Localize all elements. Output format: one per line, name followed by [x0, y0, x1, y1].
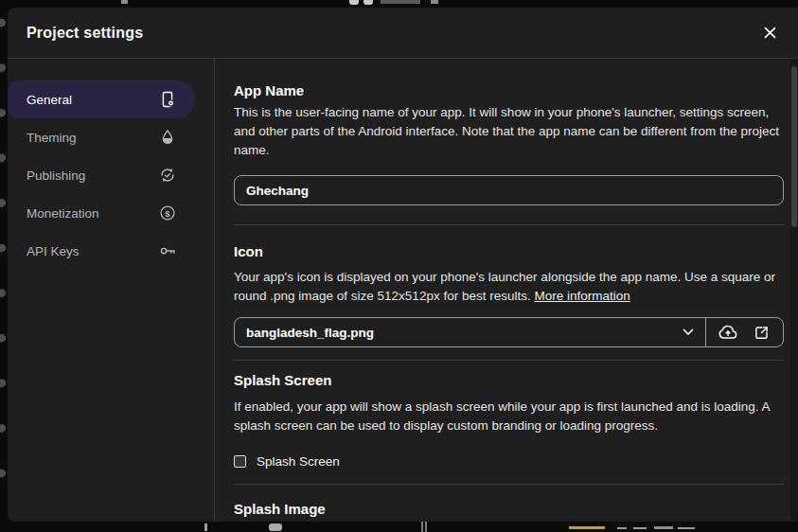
background-fragment — [269, 523, 282, 531]
sidebar-item-label: General — [27, 93, 72, 107]
close-icon — [762, 25, 778, 41]
open-in-new-icon — [753, 324, 771, 342]
sidebar-item-api-keys[interactable]: API Keys — [8, 232, 195, 270]
sidebar-item-label: Theming — [27, 131, 77, 145]
droplet-icon — [157, 127, 178, 148]
background-fragment — [349, 0, 359, 5]
icon-description: Your app's icon is displayed on your pho… — [234, 268, 785, 306]
icon-file-name: bangladesh_flag.png — [246, 326, 374, 340]
background-fragment — [204, 523, 207, 531]
background-fragment — [431, 0, 438, 4]
content-scrollbar[interactable] — [790, 59, 798, 522]
cloud-upload-icon — [718, 322, 738, 343]
dialog-title: Project settings — [27, 25, 143, 42]
section-divider — [234, 360, 784, 361]
app-name-heading: App Name — [234, 81, 785, 100]
background-fragment — [678, 527, 695, 529]
icon-file-select[interactable]: bangladesh_flag.png — [235, 318, 705, 346]
dollar-circle-icon: $ — [157, 203, 178, 223]
sidebar-item-publishing[interactable]: Publishing — [8, 156, 195, 194]
section-divider — [234, 224, 784, 225]
icon-heading: Icon — [234, 242, 785, 261]
background-fragment — [425, 522, 427, 532]
background-fragment — [654, 526, 673, 529]
background-fragment — [381, 0, 420, 4]
settings-content: App Name This is the user-facing name of… — [215, 59, 790, 522]
scrollbar-thumb[interactable] — [791, 66, 797, 227]
close-button[interactable] — [756, 20, 783, 46]
icon-file-row: bangladesh_flag.png — [234, 317, 784, 347]
sidebar-item-label: Publishing — [27, 168, 85, 183]
background-fragment — [121, 0, 128, 4]
open-external-button[interactable] — [749, 320, 773, 345]
background-fragment — [633, 527, 647, 529]
sidebar-item-label: API Keys — [27, 244, 80, 258]
sidebar-item-general[interactable]: General — [8, 80, 195, 118]
sidebar-item-theming[interactable]: Theming — [8, 118, 195, 156]
splash-screen-description: If enabled, your app will show a splash … — [234, 398, 785, 435]
splash-screen-checkbox-row[interactable]: Splash Screen — [234, 454, 340, 469]
app-name-input[interactable] — [234, 175, 784, 205]
sidebar-item-label: Monetization — [27, 206, 99, 221]
splash-screen-heading: Splash Screen — [234, 371, 785, 390]
background-fragment — [617, 527, 627, 529]
background-fragment — [421, 522, 423, 532]
settings-sidebar: General Theming — [8, 59, 215, 522]
more-information-link[interactable]: More information — [534, 289, 630, 303]
background-fragment — [364, 0, 373, 5]
screen: Project settings General — [0, 0, 798, 532]
sidebar-item-monetization[interactable]: Monetization $ — [8, 194, 195, 232]
splash-screen-checkbox[interactable] — [234, 455, 246, 468]
icon-description-text: Your app's icon is displayed on your pho… — [234, 270, 775, 303]
splash-image-heading: Splash Image — [234, 500, 785, 519]
project-settings-dialog: Project settings General — [8, 8, 798, 522]
upload-icon-button[interactable] — [716, 320, 740, 345]
app-name-description: This is the user-facing name of your app… — [234, 103, 785, 160]
icon-file-actions — [705, 318, 783, 346]
dialog-titlebar: Project settings — [8, 8, 798, 59]
dialog-body: General Theming — [8, 59, 798, 522]
publish-sync-icon — [157, 165, 178, 186]
section-divider — [234, 484, 784, 485]
background-icon-strip — [0, 13, 8, 505]
phone-settings-icon — [157, 89, 178, 110]
splash-screen-checkbox-label: Splash Screen — [257, 454, 340, 469]
key-icon — [157, 240, 178, 261]
background-fragment — [569, 526, 605, 529]
chevron-down-icon — [683, 328, 694, 336]
svg-text:$: $ — [165, 208, 170, 219]
